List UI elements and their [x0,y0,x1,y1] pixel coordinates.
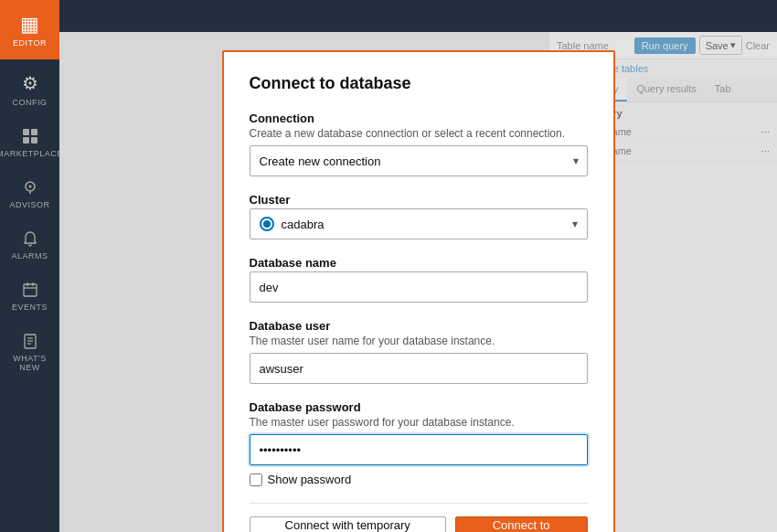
sidebar-config-label: CONFIG [13,98,48,107]
sidebar-item-events[interactable]: EVENTS [0,268,59,319]
connection-section: Connection Create a new database connect… [250,112,588,176]
events-icon [21,281,39,299]
cluster-name: cadabra [282,218,572,231]
main-content: Table name Run query Save ▾ Clear Load 5… [59,0,777,532]
database-name-label: Database name [250,256,588,270]
database-password-section: Database password The master user passwo… [250,400,588,486]
svg-rect-2 [23,137,29,144]
cluster-label: Cluster [250,193,588,207]
sidebar-editor-label: EDITOR [13,38,47,48]
database-user-input[interactable] [250,353,588,384]
svg-rect-1 [31,129,37,135]
sidebar-item-marketplace[interactable]: MARKETPLACE [0,114,59,165]
svg-rect-7 [24,284,37,296]
sidebar-advisor-label: ADVISOR [9,200,49,209]
marketplace-icon [21,127,39,145]
config-icon: ⚙ [22,72,38,94]
database-name-input[interactable] [250,271,588,303]
connect-to-database-modal: Connect to database Connection Create a … [222,50,615,532]
database-password-sublabel: The master user password for your databa… [250,416,588,429]
database-password-input[interactable] [250,434,588,465]
bg-area: Table name Run query Save ▾ Clear Load 5… [59,32,777,532]
svg-rect-3 [31,137,37,144]
database-name-section: Database name [250,256,588,303]
advisor-icon [21,178,39,197]
modal-title: Connect to database [250,74,588,93]
sidebar-events-label: EVENTS [12,303,48,312]
show-password-label[interactable]: Show password [268,473,352,486]
connect-temp-password-button[interactable]: Connect with temporary password [250,516,446,532]
svg-rect-0 [23,129,29,135]
alarms-icon [21,229,39,248]
sidebar-item-whats-new[interactable]: WHAT'S NEW [0,319,59,379]
show-password-row: Show password [250,473,588,486]
sidebar-alarms-label: ALARMS [11,251,48,261]
database-user-sublabel: The master user name for your database i… [250,335,588,347]
show-password-checkbox[interactable] [250,473,262,486]
sidebar-item-advisor[interactable]: ADVISOR [0,165,59,217]
modal-footer: Connect with temporary password Connect … [250,503,588,532]
sidebar: ▦ EDITOR ⚙ CONFIG MARKETPLACE ADVISOR [0,0,59,532]
cluster-section: Cluster cadabra ▾ [250,193,588,239]
cluster-check-icon [260,217,274,231]
cluster-select[interactable]: cadabra ▾ [250,208,588,239]
connection-sublabel: Create a new database connection or sele… [250,127,588,140]
database-user-section: Database user The master user name for y… [250,319,588,384]
connection-select[interactable]: Create new connection [250,145,588,176]
top-bar [59,0,777,32]
sidebar-whats-new-label: WHAT'S NEW [5,354,55,372]
sidebar-item-config[interactable]: ⚙ CONFIG [0,59,59,114]
editor-icon: ▦ [20,13,39,37]
database-password-label: Database password [250,400,588,414]
cluster-chevron-icon: ▾ [572,218,578,230]
connection-label: Connection [250,112,588,125]
svg-point-6 [28,186,31,188]
modal-overlay: Connect to database Connection Create a … [59,32,777,532]
sidebar-item-editor[interactable]: ▦ EDITOR [0,0,59,59]
sidebar-marketplace-label: MARKETPLACE [0,149,63,158]
connect-to-database-button[interactable]: Connect to database [455,516,588,532]
whats-new-icon [21,332,39,350]
sidebar-item-alarms[interactable]: ALARMS [0,217,59,268]
database-user-label: Database user [250,319,588,333]
connection-select-wrapper: Create new connection ▾ [250,145,588,176]
